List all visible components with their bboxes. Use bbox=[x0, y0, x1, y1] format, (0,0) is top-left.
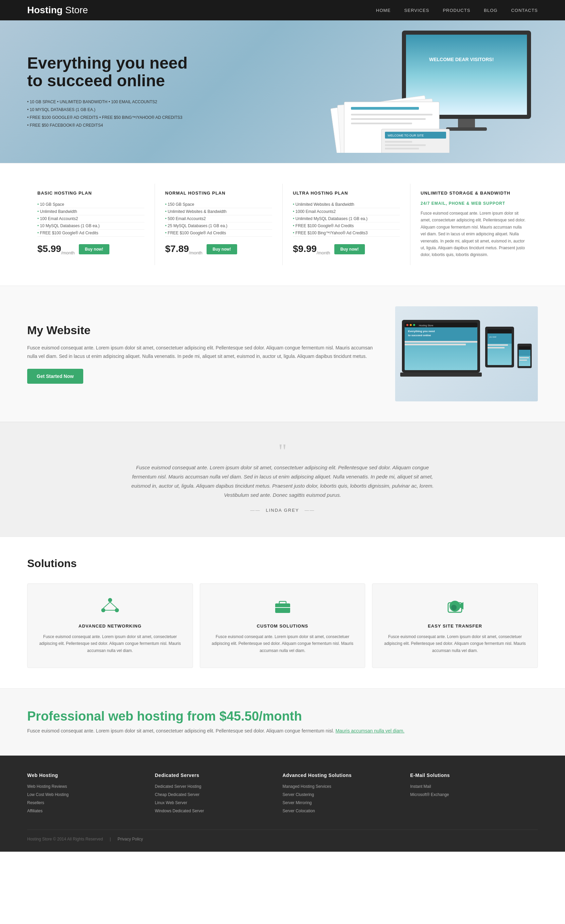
promo-desc-text: Fusce euismod consequat ante. Lorem ipsu… bbox=[27, 728, 334, 734]
btn-min bbox=[410, 324, 412, 326]
plan-ultra-price: $9.99/month bbox=[293, 243, 330, 255]
laptop-line-2 bbox=[405, 344, 466, 345]
solutions-section: Solutions ADVANCED NETWORKING Fusce euis… bbox=[0, 537, 565, 688]
footer-link-web-hosting-reviews[interactable]: Web Hosting Reviews bbox=[27, 784, 67, 789]
tablet-line-1 bbox=[488, 344, 508, 346]
pricing-section: BASIC HOSTING PLAN 10 GB Space Unlimited… bbox=[0, 163, 565, 286]
laptop-base bbox=[400, 372, 482, 376]
promo-section: Professional web hosting from $45.50/mon… bbox=[0, 688, 565, 756]
footer-link-3-1: Managed Hosting Services bbox=[282, 783, 404, 789]
plan-basic-buy-button[interactable]: Buy now! bbox=[79, 244, 110, 254]
nav-blog[interactable]: BLOG bbox=[484, 8, 497, 13]
promo-link[interactable]: Mauris accumsan nulla vel diam. bbox=[335, 728, 404, 734]
footer-link-dedicated-hosting[interactable]: Dedicated Server Hosting bbox=[155, 784, 201, 789]
transfer-title: EASY SITE TRANSFER bbox=[383, 624, 527, 628]
hero-bullet-1: 10 GB SPACE • UNLIMITED BANDWIDTH • 100 … bbox=[27, 98, 197, 106]
plan-normal-buy-button[interactable]: Buy now! bbox=[207, 244, 237, 254]
nav-contacts[interactable]: CONTACTS bbox=[511, 8, 538, 13]
page-line-1 bbox=[351, 114, 433, 116]
phone-bar bbox=[519, 346, 530, 350]
logo-bold: Hosting bbox=[27, 5, 63, 15]
laptop-hero-text-2: to succeed online bbox=[408, 334, 431, 337]
net-node-top bbox=[108, 598, 112, 602]
get-started-button[interactable]: Get Started Now bbox=[27, 369, 83, 384]
nav-services[interactable]: SERVICES bbox=[404, 8, 430, 13]
feature-3-3: Unlimited MySQL Databases (1 GB ea.) bbox=[293, 215, 400, 222]
monitor-base bbox=[446, 128, 487, 131]
plan-ultra-buy-button[interactable]: Buy now! bbox=[334, 244, 365, 254]
footer-link-colocation[interactable]: Server Colocation bbox=[282, 808, 315, 813]
devices-svg: Hosting Store Everything you need to suc… bbox=[398, 310, 534, 398]
plan-unlimited-subtitle: 24/7 EMAIL, PHONE & WEB SUPPORT bbox=[421, 201, 527, 206]
mini-line-3 bbox=[385, 148, 419, 149]
plan-ultra-features: Unlimited Websites & Bandwidth 1000 Emai… bbox=[293, 201, 400, 237]
footer-col-2-links: Dedicated Server Hosting Cheap Dedicated… bbox=[155, 783, 276, 813]
promo-description: Fusce euismod consequat ante. Lorem ipsu… bbox=[27, 727, 538, 735]
footer-link-mirroring[interactable]: Server Mirroring bbox=[282, 800, 312, 805]
testimonial-section: " Fusce euismod consequat ante. Lorem ip… bbox=[0, 422, 565, 537]
footer-link-linux-web[interactable]: Linux Web Server bbox=[155, 800, 187, 805]
normal-price-period: /month bbox=[189, 250, 203, 255]
footer-link-managed[interactable]: Managed Hosting Services bbox=[282, 784, 331, 789]
plan-normal-price-row: $7.89/month Buy now! bbox=[165, 243, 272, 255]
laptop-browser-bar bbox=[405, 322, 477, 327]
monitor-text-1: WELCOME DEAR VISITORS! bbox=[429, 57, 494, 62]
ultra-price-period: /month bbox=[317, 250, 330, 255]
footer-link-resellers[interactable]: Resellers bbox=[27, 800, 44, 805]
footer-copyright: Hosting Store © 2014 All Rights Reserved bbox=[27, 837, 103, 842]
feature-3-2: 1000 Email Accounts2 bbox=[293, 208, 400, 215]
footer-link-2-2: Cheap Dedicated Server bbox=[155, 792, 276, 797]
footer-link-microsoft-exchange[interactable]: Microsoft® Exchange bbox=[410, 792, 449, 797]
footer-link-windows-dedicated[interactable]: Windows Dedicated Server bbox=[155, 808, 204, 813]
my-website-image: Hosting Store Everything you need to suc… bbox=[395, 306, 538, 401]
net-line-1 bbox=[103, 602, 110, 608]
normal-price-value: $7.89 bbox=[165, 243, 189, 254]
plan-unlimited-name: UNLIMITED STORAGE & BANDWIDTH bbox=[421, 190, 527, 196]
footer-link-low-cost[interactable]: Low Cost Web Hosting bbox=[27, 792, 69, 797]
feature-1-5: FREE $100 Google® Ad Credits bbox=[38, 230, 144, 237]
networking-svg bbox=[100, 597, 120, 614]
my-website-content: My Website Fusce euismod consequat ante.… bbox=[27, 324, 375, 384]
footer-link-1-2: Low Cost Web Hosting bbox=[27, 792, 148, 797]
footer-link-cheap-dedicated[interactable]: Cheap Dedicated Server bbox=[155, 792, 200, 797]
mini-page-text: WELCOME TO OUR SITE bbox=[388, 134, 424, 137]
testimonial-author: LINDA GREY bbox=[68, 508, 497, 513]
custom-desc: Fusce euismod consequat ante. Lorem ipsu… bbox=[210, 633, 355, 654]
footer-link-instant-mail[interactable]: Instant Mail bbox=[410, 784, 431, 789]
footer-col-1-links: Web Hosting Reviews Low Cost Web Hosting… bbox=[27, 783, 148, 813]
transfer-icon bbox=[383, 597, 527, 618]
nav-products[interactable]: PRODUCTS bbox=[443, 8, 470, 13]
plan-normal-name: NORMAL HOSTING PLAN bbox=[165, 190, 272, 196]
plan-unlimited-description: Fusce euismod consequat ante. Lorem ipsu… bbox=[421, 210, 527, 258]
footer-link-1-4: Affiliates bbox=[27, 808, 148, 813]
feature-1-4: 10 MySQL Databases (1 GB ea.) bbox=[38, 222, 144, 230]
footer-col-3-title: Advanced Hosting Solutions bbox=[282, 772, 404, 778]
nav-home[interactable]: HOME bbox=[376, 8, 391, 13]
btn-close bbox=[406, 324, 409, 326]
footer-privacy-link[interactable]: Privacy Policy bbox=[117, 837, 143, 842]
camera-svg bbox=[445, 597, 465, 614]
footer-link-clustering[interactable]: Server Clustering bbox=[282, 792, 314, 797]
hero-bullet-2: 10 MYSQL DATABASES (1 GB EA.) bbox=[27, 106, 197, 114]
plan-basic: BASIC HOSTING PLAN 10 GB Space Unlimited… bbox=[27, 184, 155, 265]
plan-ultra-name: ULTRA HOSTING PLAN bbox=[293, 190, 400, 196]
footer-col-web-hosting: Web Hosting Web Hosting Reviews Low Cost… bbox=[27, 772, 155, 816]
btn-max bbox=[413, 324, 415, 326]
solution-transfer: EASY SITE TRANSFER Fusce euismod consequ… bbox=[372, 584, 538, 668]
mini-line-1 bbox=[385, 141, 412, 142]
phone-line-2 bbox=[520, 360, 527, 361]
footer-grid: Web Hosting Web Hosting Reviews Low Cost… bbox=[27, 772, 538, 816]
my-website-section: My Website Fusce euismod consequat ante.… bbox=[0, 286, 565, 422]
networking-title: ADVANCED NETWORKING bbox=[38, 624, 182, 628]
footer-link-1-1: Web Hosting Reviews bbox=[27, 783, 148, 789]
footer-link-3-4: Server Colocation bbox=[282, 808, 404, 813]
footer-col-advanced: Advanced Hosting Solutions Managed Hosti… bbox=[282, 772, 410, 816]
phone-hero bbox=[519, 350, 530, 356]
footer-col-email: E-Mail Solutions Instant Mail Microsoft®… bbox=[410, 772, 538, 816]
footer-link-2-4: Windows Dedicated Server bbox=[155, 808, 276, 813]
footer-link-affiliates[interactable]: Affiliates bbox=[27, 808, 42, 813]
plan-normal: NORMAL HOSTING PLAN 150 GB Space Unlimit… bbox=[155, 184, 282, 265]
net-line-2 bbox=[110, 602, 117, 608]
feature-1-1: 10 GB Space bbox=[38, 201, 144, 208]
footer-divider: | bbox=[110, 837, 111, 842]
